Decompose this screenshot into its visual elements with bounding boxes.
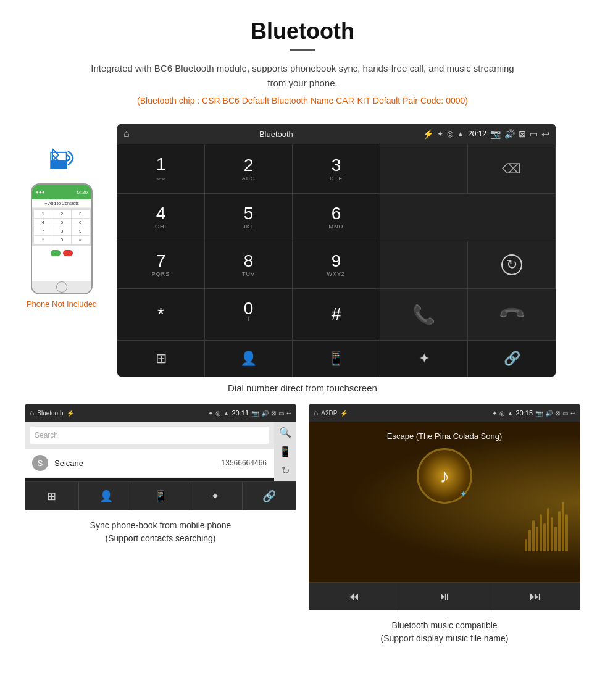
page-header: Bluetooth Integrated with BC6 Bluetooth … — [0, 0, 605, 124]
music-time: 20:15 — [515, 409, 533, 417]
page-title: Bluetooth — [12, 19, 593, 44]
pb-back-icon[interactable]: ↩ — [286, 410, 291, 417]
dial-display-area — [380, 144, 468, 194]
dial-key-5[interactable]: 5 JKL — [205, 194, 293, 241]
dial-key-0[interactable]: 0 + — [205, 289, 293, 340]
dial-grid: 1 ⌣⌣ 2 ABC 3 DEF ⌫ 4 GHI 5 JKL — [117, 144, 556, 340]
pb-home-icon[interactable]: ⌂ — [30, 409, 34, 417]
title-divider — [290, 49, 315, 51]
dial-key-4[interactable]: 4 GHI — [117, 194, 205, 241]
dial-key-8[interactable]: 8 TUV — [205, 241, 293, 289]
dial-call-button[interactable]: 📞 — [380, 289, 468, 340]
pb-dialpad-icon: ⊞ — [47, 490, 56, 503]
phone-key-7: 7 — [34, 227, 52, 235]
bluetooth-icon-wrap: ⬓ — [43, 143, 80, 176]
screen-icon[interactable]: ⊠ — [519, 129, 526, 139]
func-link-button[interactable]: 🔗 — [468, 341, 556, 377]
music-func-play-pause[interactable]: ⏯ — [399, 583, 490, 610]
pb-func-dialpad[interactable]: ⊞ — [25, 482, 79, 510]
dial-backspace-button[interactable]: ⌫ — [468, 144, 556, 194]
phone-home-button — [56, 281, 67, 293]
dial-key-3[interactable]: 3 DEF — [293, 144, 380, 194]
phone-key-8: 8 — [52, 227, 70, 235]
eq-bar-1 — [525, 539, 527, 551]
pb-sig-icon: ▲ — [223, 410, 230, 417]
phone-key-0: 0 — [52, 236, 70, 244]
phone-screen: + Add to Contacts 1 2 3 4 5 6 7 8 9 * 0 … — [32, 199, 91, 281]
prev-icon: ⏮ — [348, 590, 359, 603]
phone-key-2: 2 — [52, 210, 70, 218]
home-icon[interactable]: ⌂ — [123, 128, 130, 140]
func-dialpad-button[interactable]: ⊞ — [117, 341, 205, 377]
page-specs: (Bluetooth chip : CSR BC6 Default Blueto… — [12, 96, 593, 106]
eq-bar-8 — [551, 517, 553, 551]
eq-bars — [525, 502, 568, 551]
phonebook-caption: Sync phone-book from mobile phone (Suppo… — [90, 519, 232, 545]
dial-key-hash[interactable]: # — [293, 289, 380, 340]
music-func-next[interactable]: ⏭ — [490, 583, 580, 610]
eq-bar-12 — [565, 514, 568, 551]
location-icon: ◎ — [447, 130, 453, 138]
eq-bar-7 — [547, 508, 549, 551]
pb-func-row: ⊞ 👤 📱 ✦ 🔗 — [25, 481, 296, 510]
dial-key-6[interactable]: 6 MNO — [293, 194, 380, 241]
phonebook-block: ⌂ Bluetooth ⚡ ✦ ◎ ▲ 20:11 📷 🔊 ⊠ ▭ ↩ — [19, 404, 302, 645]
music-home-icon[interactable]: ⌂ — [314, 409, 318, 417]
phone-key-5: 5 — [52, 219, 70, 227]
back-icon[interactable]: ↩ — [541, 128, 549, 140]
pb-usb-icon: ⚡ — [67, 410, 74, 417]
pb-func-bt[interactable]: ✦ — [188, 482, 243, 510]
eq-bar-3 — [532, 520, 535, 551]
pb-call-icon: 📱 — [154, 490, 167, 503]
music-title: A2DP — [321, 410, 337, 417]
dial-empty-3 — [380, 241, 468, 289]
dial-key-7[interactable]: 7 PQRS — [117, 241, 205, 289]
phone-key-3: 3 — [72, 210, 90, 218]
pb-cam-icon: 📷 — [251, 410, 259, 417]
pb-func-contacts[interactable]: 👤 — [79, 482, 133, 510]
pb-search-icon[interactable]: 🔍 — [279, 427, 291, 438]
pb-bt-icon: ✦ — [208, 410, 213, 417]
music-func-prev[interactable]: ⏮ — [309, 583, 399, 610]
search-placeholder: Search — [35, 431, 58, 440]
music-back-icon[interactable]: ↩ — [570, 410, 575, 417]
dial-key-star[interactable]: * — [117, 289, 205, 340]
usb-icon: ⚡ — [423, 129, 433, 139]
pb-func-call[interactable]: 📱 — [133, 482, 188, 510]
status-bar-title: Bluetooth — [259, 130, 293, 139]
pb-func-link[interactable]: 🔗 — [243, 482, 296, 510]
volume-icon[interactable]: 🔊 — [504, 129, 515, 139]
phone-aside: ⬓ ●●● M:20 + Add to Contacts 1 2 — [19, 124, 105, 309]
phone-carrier: M:20 — [77, 190, 88, 195]
pb-title: Bluetooth — [37, 410, 63, 417]
dial-refresh-button[interactable]: ↻ — [468, 241, 556, 289]
func-bluetooth-button[interactable]: ✦ — [380, 341, 468, 377]
window-icon[interactable]: ▭ — [530, 129, 538, 139]
search-bar-area: Search — [25, 422, 274, 449]
music-loc-icon: ◎ — [499, 410, 505, 417]
pb-vol-icon: 🔊 — [261, 410, 269, 417]
bluetooth-symbol-icon: ⬓ — [48, 146, 69, 171]
dial-key-9[interactable]: 9 WXYZ — [293, 241, 380, 289]
eq-bar-11 — [562, 502, 564, 551]
contact-row[interactable]: S Seicane 13566664466 — [25, 449, 274, 478]
phone-key-hash: # — [72, 236, 90, 244]
func-call-log-button[interactable]: 📱 — [293, 341, 380, 377]
music-bt-icon: ✦ — [492, 410, 497, 417]
dial-end-button[interactable]: 📞 — [468, 289, 556, 340]
pb-phone-icon[interactable]: 📱 — [279, 446, 291, 457]
call-green-icon: 📞 — [412, 304, 435, 325]
func-contacts-button[interactable]: 👤 — [205, 341, 293, 377]
pb-link-icon: 🔗 — [262, 490, 276, 503]
contact-name: Seicane — [54, 459, 222, 468]
eq-bar-5 — [540, 514, 542, 551]
search-input[interactable]: Search — [30, 427, 269, 444]
camera-icon[interactable]: 📷 — [490, 129, 501, 139]
call-log-icon: 📱 — [328, 351, 344, 367]
dial-key-2[interactable]: 2 ABC — [205, 144, 293, 194]
phone-key-9: 9 — [72, 227, 90, 235]
music-func-row: ⏮ ⏯ ⏭ — [309, 582, 580, 610]
dial-key-1[interactable]: 1 ⌣⌣ — [117, 144, 205, 194]
pb-refresh-icon[interactable]: ↻ — [282, 465, 290, 477]
eq-bar-6 — [543, 523, 546, 551]
